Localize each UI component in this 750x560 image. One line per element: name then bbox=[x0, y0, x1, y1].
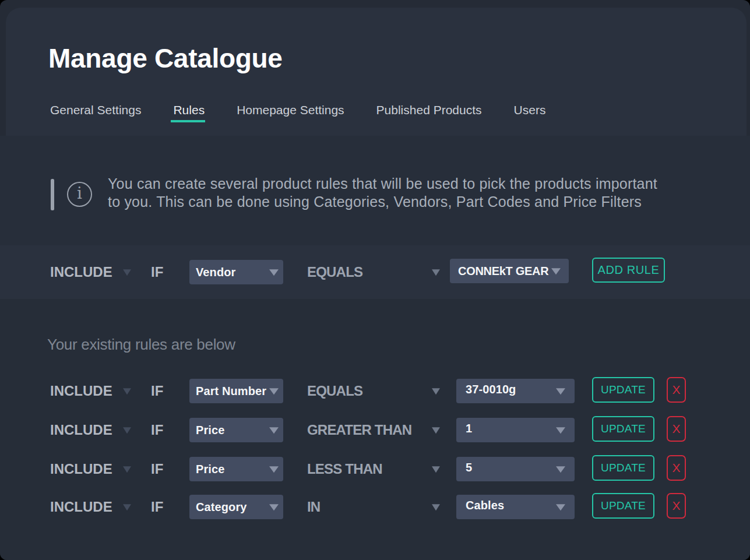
chevron-down-icon[interactable] bbox=[123, 388, 131, 395]
chevron-down-icon bbox=[551, 268, 561, 274]
info-section: i You can create several product rules t… bbox=[0, 136, 750, 245]
value-select-value: Cables bbox=[466, 499, 504, 512]
field-select[interactable]: Part Number bbox=[189, 379, 283, 403]
existing-rules-section: Your existing rules are below INCLUDE IF… bbox=[0, 299, 750, 560]
condition-dropdown[interactable]: GREATER THAN bbox=[307, 422, 411, 438]
chevron-down-icon[interactable] bbox=[432, 388, 440, 395]
value-select-value: 5 bbox=[466, 461, 472, 474]
delete-rule-button[interactable]: X bbox=[667, 416, 686, 442]
value-select[interactable]: 5 bbox=[456, 457, 575, 481]
info-line-1: You can create several product rules tha… bbox=[108, 175, 657, 192]
include-dropdown[interactable]: INCLUDE bbox=[50, 461, 112, 477]
value-select-value: 1 bbox=[466, 422, 472, 435]
info-line-2: to you. This can be done using Categorie… bbox=[108, 193, 642, 210]
if-label: IF bbox=[151, 499, 163, 515]
chevron-down-icon bbox=[269, 427, 279, 434]
rule-row: INCLUDE IF Part Number EQUALS 37-0010g U… bbox=[0, 379, 750, 403]
value-select[interactable]: 1 bbox=[456, 418, 575, 442]
tab-rules[interactable]: Rules bbox=[173, 104, 205, 120]
manage-catalogue-window: Manage Catalogue General Settings Rules … bbox=[0, 0, 750, 560]
chevron-down-icon[interactable] bbox=[123, 269, 131, 276]
chevron-down-icon bbox=[269, 466, 279, 473]
include-dropdown[interactable]: INCLUDE bbox=[50, 383, 112, 399]
value-select[interactable]: Cables bbox=[456, 495, 575, 519]
add-rule-button[interactable]: ADD RULE bbox=[592, 258, 665, 283]
condition-dropdown[interactable]: LESS THAN bbox=[307, 461, 382, 477]
field-select[interactable]: Vendor bbox=[189, 260, 283, 284]
page-title: Manage Catalogue bbox=[48, 43, 283, 75]
delete-rule-button[interactable]: X bbox=[667, 493, 686, 519]
tab-homepage-settings[interactable]: Homepage Settings bbox=[237, 104, 344, 120]
field-select[interactable]: Price bbox=[189, 418, 283, 442]
chevron-down-icon[interactable] bbox=[432, 504, 440, 510]
tab-users[interactable]: Users bbox=[514, 104, 546, 120]
field-select-value: Price bbox=[196, 463, 224, 476]
value-select[interactable]: 37-0010g bbox=[456, 379, 575, 403]
delete-rule-button[interactable]: X bbox=[667, 377, 686, 403]
chevron-down-icon[interactable] bbox=[432, 427, 440, 434]
info-icon: i bbox=[67, 182, 92, 207]
condition-dropdown[interactable]: EQUALS bbox=[307, 383, 362, 399]
update-button[interactable]: UPDATE bbox=[592, 416, 654, 442]
field-select[interactable]: Category bbox=[189, 495, 283, 519]
value-select-value: CONNEkT GEAR bbox=[458, 265, 548, 278]
if-label: IF bbox=[151, 383, 163, 399]
include-dropdown[interactable]: INCLUDE bbox=[50, 264, 112, 280]
chevron-down-icon bbox=[269, 269, 279, 276]
quote-bar bbox=[51, 179, 54, 210]
header: Manage Catalogue General Settings Rules … bbox=[6, 8, 747, 136]
chevron-down-icon bbox=[556, 388, 565, 395]
tab-published-products[interactable]: Published Products bbox=[376, 104, 482, 120]
field-select-value: Category bbox=[196, 501, 247, 514]
rules-heading: Your existing rules are below bbox=[47, 336, 235, 354]
add-rule-section: INCLUDE IF Vendor EQUALS CONNEkT GEAR AD… bbox=[0, 245, 750, 299]
chevron-down-icon[interactable] bbox=[432, 466, 440, 473]
value-select-value: 37-0010g bbox=[466, 383, 516, 396]
update-button[interactable]: UPDATE bbox=[592, 455, 654, 481]
chevron-down-icon bbox=[556, 427, 565, 434]
field-select-value: Part Number bbox=[196, 385, 266, 398]
chevron-down-icon bbox=[556, 504, 565, 510]
chevron-down-icon[interactable] bbox=[432, 269, 440, 276]
include-dropdown[interactable]: INCLUDE bbox=[50, 499, 112, 515]
rule-row: INCLUDE IF Price GREATER THAN 1 UPDATE X bbox=[0, 418, 750, 442]
rule-row: INCLUDE IF Price LESS THAN 5 UPDATE X bbox=[0, 457, 750, 481]
tab-bar: General Settings Rules Homepage Settings… bbox=[50, 104, 545, 120]
chevron-down-icon bbox=[269, 504, 279, 510]
rule-row: INCLUDE IF Category IN Cables UPDATE X bbox=[0, 495, 750, 519]
chevron-down-icon[interactable] bbox=[123, 466, 131, 473]
update-button[interactable]: UPDATE bbox=[592, 493, 654, 519]
update-button[interactable]: UPDATE bbox=[592, 377, 654, 403]
add-rule-row: INCLUDE IF Vendor EQUALS CONNEkT GEAR AD… bbox=[0, 260, 750, 284]
if-label: IF bbox=[151, 461, 163, 477]
if-label: IF bbox=[151, 422, 163, 438]
include-dropdown[interactable]: INCLUDE bbox=[50, 422, 112, 438]
chevron-down-icon bbox=[556, 466, 565, 473]
chevron-down-icon bbox=[269, 388, 279, 395]
condition-dropdown[interactable]: EQUALS bbox=[307, 264, 362, 280]
field-select-value: Price bbox=[196, 424, 224, 437]
field-select[interactable]: Price bbox=[189, 457, 283, 481]
info-text: You can create several product rules tha… bbox=[108, 175, 657, 211]
if-label: IF bbox=[151, 264, 163, 280]
tab-general-settings[interactable]: General Settings bbox=[50, 104, 141, 120]
value-select[interactable]: CONNEkT GEAR bbox=[450, 259, 569, 283]
field-select-value: Vendor bbox=[196, 266, 235, 279]
delete-rule-button[interactable]: X bbox=[667, 455, 686, 481]
chevron-down-icon[interactable] bbox=[123, 504, 131, 510]
condition-dropdown[interactable]: IN bbox=[307, 499, 320, 515]
chevron-down-icon[interactable] bbox=[123, 427, 131, 434]
